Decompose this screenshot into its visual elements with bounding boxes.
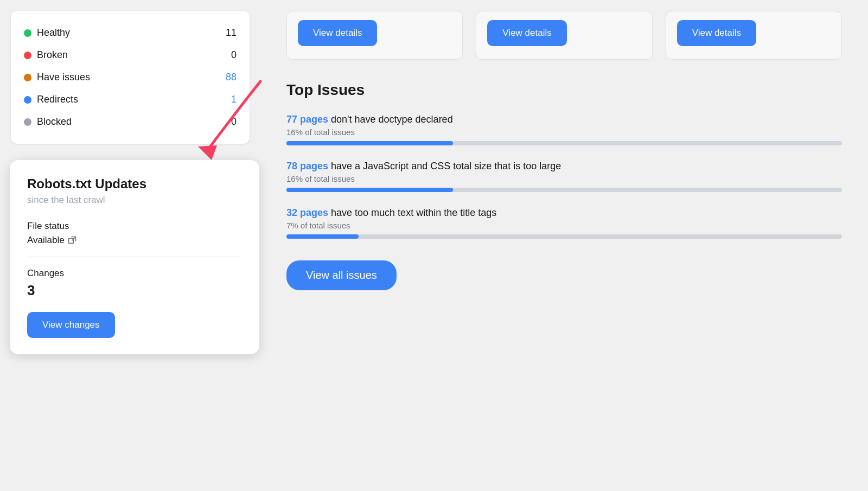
robots-txt-popup: Robots.txt Updates since the last crawl …: [10, 160, 259, 354]
issue-progress-fill-2: [286, 188, 453, 192]
blocked-dot: [24, 118, 31, 126]
issue-item-2: 78 pages have a JavaScript and CSS total…: [286, 161, 842, 192]
issue-desc-2: have a JavaScript and CSS total size tha…: [328, 161, 561, 171]
issue-progress-bg-3: [286, 234, 842, 239]
status-item-blocked: Blocked 0: [24, 111, 237, 133]
status-item-have-issues: Have issues 88: [24, 66, 237, 88]
have-issues-count: 88: [226, 72, 237, 83]
changes-label: Changes: [27, 268, 242, 279]
divider: [27, 257, 242, 257]
healthy-dot: [24, 29, 31, 37]
redirects-label: Redirects: [37, 94, 78, 105]
healthy-count: 11: [226, 27, 237, 39]
redirects-count: 1: [231, 94, 237, 105]
file-status-value: Available: [27, 235, 242, 246]
popup-subtitle: since the last crawl: [27, 195, 242, 206]
view-details-card-1: View details: [286, 11, 463, 60]
issue-percent-3: 7% of total issues: [286, 221, 842, 230]
view-details-button-2[interactable]: View details: [487, 20, 566, 46]
view-changes-button[interactable]: View changes: [27, 312, 115, 338]
issue-progress-fill-3: [286, 234, 359, 239]
view-details-row: View details View details View details: [286, 11, 842, 60]
issue-progress-fill-1: [286, 141, 453, 145]
top-issues-title: Top Issues: [286, 81, 842, 99]
issue-item-1: 77 pages don't have doctype declared 16%…: [286, 114, 842, 145]
healthy-label: Healthy: [37, 27, 70, 39]
blocked-count: 0: [231, 116, 237, 127]
popup-title: Robots.txt Updates: [27, 176, 242, 192]
broken-dot: [24, 52, 31, 59]
view-details-button-1[interactable]: View details: [298, 20, 377, 46]
issue-progress-bg-2: [286, 188, 842, 192]
external-link-icon[interactable]: [68, 236, 76, 245]
redirects-dot: [24, 96, 31, 104]
left-panel: Healthy 11 Broken 0 Have issues 88 Redir…: [0, 0, 260, 491]
status-card: Healthy 11 Broken 0 Have issues 88 Redir…: [11, 11, 250, 144]
changes-value: 3: [27, 282, 242, 299]
have-issues-dot: [24, 74, 31, 81]
have-issues-label: Have issues: [37, 72, 90, 83]
broken-label: Broken: [37, 49, 68, 61]
status-item-redirects: Redirects 1: [24, 88, 237, 111]
issue-title-2: 78 pages have a JavaScript and CSS total…: [286, 161, 842, 172]
top-issues-section: Top Issues 77 pages don't have doctype d…: [286, 81, 842, 290]
issue-pages-link-2[interactable]: 78 pages: [286, 161, 328, 171]
view-details-button-3[interactable]: View details: [677, 20, 756, 46]
issue-title-3: 32 pages have too much text within the t…: [286, 207, 842, 219]
blocked-label: Blocked: [37, 116, 72, 127]
issue-progress-bg-1: [286, 141, 842, 145]
file-status-label: File status: [27, 221, 242, 232]
issue-desc-3: have too much text within the title tags: [328, 207, 496, 218]
issue-title-1: 77 pages don't have doctype declared: [286, 114, 842, 125]
issue-desc-1: don't have doctype declared: [328, 114, 453, 125]
broken-count: 0: [231, 49, 237, 61]
status-item-healthy: Healthy 11: [24, 22, 237, 44]
issue-pages-link-1[interactable]: 77 pages: [286, 114, 328, 125]
view-details-card-3: View details: [666, 11, 842, 60]
issue-item-3: 32 pages have too much text within the t…: [286, 207, 842, 239]
view-details-card-2: View details: [476, 11, 652, 60]
right-panel: View details View details View details T…: [260, 0, 868, 491]
svg-marker-0: [198, 145, 217, 160]
status-item-broken: Broken 0: [24, 44, 237, 66]
issue-percent-1: 16% of total issues: [286, 127, 842, 137]
view-all-issues-button[interactable]: View all issues: [286, 260, 397, 290]
issue-pages-link-3[interactable]: 32 pages: [286, 207, 328, 218]
issue-percent-2: 16% of total issues: [286, 174, 842, 183]
